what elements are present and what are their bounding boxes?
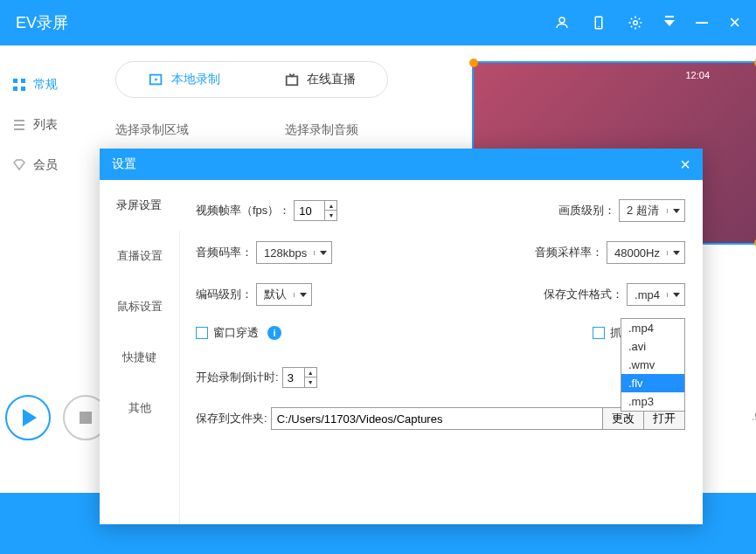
fps-field[interactable] (295, 201, 324, 220)
format-label: 保存文件格式： (544, 287, 623, 302)
svg-rect-10 (286, 76, 297, 85)
format-option[interactable]: .flv (621, 374, 684, 392)
version-text: .9 (752, 411, 756, 423)
titlebar-actions: × (554, 15, 740, 31)
format-option[interactable]: .mp4 (621, 319, 684, 337)
titlebar: EV录屏 × (0, 0, 756, 45)
abitrate-label: 音频码率： (196, 245, 253, 260)
stop-icon (80, 412, 92, 424)
nav-list-label: 列表 (33, 117, 58, 133)
tab-local-label: 本地录制 (171, 72, 220, 87)
abitrate-select[interactable]: 128kbps (256, 241, 332, 264)
info-icon[interactable]: i (267, 326, 281, 340)
svg-rect-7 (21, 87, 25, 91)
app-title: EV录屏 (16, 12, 68, 33)
dialog-nav-record[interactable]: 录屏设置 (100, 180, 180, 231)
menu-dropdown-icon[interactable] (664, 20, 675, 26)
user-icon[interactable] (554, 15, 570, 31)
nav-general-label: 常规 (33, 77, 58, 93)
svg-point-3 (634, 21, 638, 25)
svg-rect-6 (13, 87, 17, 91)
nav-general[interactable]: 常规 (0, 65, 80, 105)
play-icon (23, 409, 37, 426)
fps-input[interactable]: ▲▼ (294, 200, 337, 221)
live-icon (284, 72, 300, 87)
tab-live[interactable]: 在线直播 (252, 62, 387, 97)
chevron-down-icon[interactable] (667, 251, 684, 255)
savepath-row: 保存到文件夹: 更改 打开 (196, 407, 685, 430)
play-button[interactable] (5, 395, 51, 440)
encode-select[interactable]: 默认 (256, 283, 312, 306)
chevron-down-icon[interactable] (294, 293, 311, 297)
svg-rect-4 (13, 79, 17, 83)
settings-dialog: 设置 × 录屏设置 直播设置 鼠标设置 快捷键 其他 视频帧率（fps）： ▲▼… (100, 149, 703, 524)
dialog-nav-mouse[interactable]: 鼠标设置 (100, 281, 179, 332)
dialog-nav-live[interactable]: 直播设置 (100, 231, 179, 281)
chevron-down-icon[interactable] (667, 293, 684, 297)
fps-label: 视频帧率（fps）： (196, 203, 290, 218)
countdown-field[interactable] (283, 368, 304, 387)
nav-member-label: 会员 (33, 157, 58, 173)
dialog-body: 录屏设置 直播设置 鼠标设置 快捷键 其他 视频帧率（fps）： ▲▼ 画质级别… (100, 180, 703, 524)
area-label: 选择录制区域 (115, 122, 189, 138)
countdown-label: 开始录制倒计时: (196, 370, 279, 385)
nav-list[interactable]: 列表 (0, 105, 80, 145)
grid-icon (12, 78, 26, 92)
close-icon[interactable]: × (729, 17, 740, 29)
dialog-content: 视频帧率（fps）： ▲▼ 画质级别： 2 超清 音频码率： 128kbps 音… (180, 180, 703, 524)
preview-clock: 12:04 (685, 70, 710, 80)
quality-select[interactable]: 2 超清 (619, 199, 685, 222)
format-option[interactable]: .wmv (621, 356, 684, 374)
spinner-up[interactable]: ▲ (325, 201, 336, 211)
list-icon (12, 118, 26, 132)
svg-point-2 (598, 26, 600, 28)
svg-point-0 (559, 17, 565, 23)
format-dropdown: .mp4 .avi .wmv .flv .mp3 (621, 318, 685, 412)
gear-icon[interactable] (628, 15, 643, 31)
asample-select[interactable]: 48000Hz (607, 241, 685, 264)
record-icon (149, 72, 164, 87)
format-option[interactable]: .mp3 (621, 392, 684, 411)
tab-local-record[interactable]: 本地录制 (116, 62, 252, 97)
dialog-nav-other[interactable]: 其他 (100, 383, 179, 433)
chevron-down-icon[interactable] (667, 209, 684, 213)
savepath-label: 保存到文件夹: (196, 411, 267, 426)
transparent-checkbox[interactable] (196, 327, 208, 339)
transparent-label: 窗口穿透 (213, 325, 259, 341)
enhance-checkbox[interactable] (593, 327, 605, 339)
resize-handle[interactable] (469, 59, 478, 67)
asample-label: 音频采样率： (535, 245, 603, 260)
dialog-close-icon[interactable]: × (680, 155, 690, 175)
spinner-down[interactable]: ▼ (305, 377, 316, 387)
savepath-input[interactable] (271, 407, 603, 430)
left-nav: 常规 列表 会员 (0, 45, 80, 554)
dialog-titlebar: 设置 × (100, 149, 703, 180)
audio-label: 选择录制音频 (285, 122, 358, 138)
mobile-icon[interactable] (591, 15, 607, 31)
format-option[interactable]: .avi (621, 337, 684, 356)
chevron-down-icon[interactable] (314, 251, 331, 255)
minimize-icon[interactable] (696, 22, 708, 24)
nav-member[interactable]: 会员 (0, 145, 80, 185)
playback-controls (5, 395, 108, 440)
dialog-title: 设置 (112, 156, 136, 172)
diamond-icon (12, 158, 26, 172)
encode-label: 编码级别： (196, 287, 253, 302)
quality-label: 画质级别： (558, 203, 615, 218)
mode-tabs: 本地录制 在线直播 (115, 61, 388, 98)
dialog-nav-hotkey[interactable]: 快捷键 (100, 332, 179, 383)
spinner-down[interactable]: ▼ (325, 211, 336, 220)
svg-marker-9 (155, 78, 158, 81)
spinner-up[interactable]: ▲ (305, 368, 316, 377)
svg-rect-5 (21, 79, 25, 83)
tab-live-label: 在线直播 (307, 72, 356, 87)
countdown-input[interactable]: ▲▼ (282, 367, 317, 388)
dialog-nav: 录屏设置 直播设置 鼠标设置 快捷键 其他 (100, 180, 180, 524)
format-select[interactable]: .mp4 (627, 283, 685, 306)
